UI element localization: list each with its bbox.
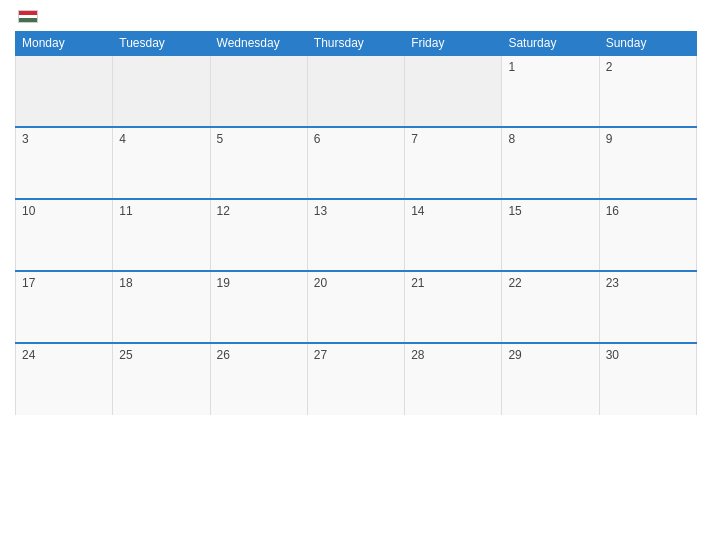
calendar-day-cell: 9 (599, 127, 696, 199)
day-number: 4 (119, 132, 126, 146)
day-number: 5 (217, 132, 224, 146)
calendar-week-row: 24252627282930 (16, 343, 697, 415)
calendar-day-cell: 4 (113, 127, 210, 199)
calendar-day-cell: 26 (210, 343, 307, 415)
weekday-header-cell: Sunday (599, 32, 696, 56)
calendar-day-cell: 25 (113, 343, 210, 415)
day-number: 12 (217, 204, 230, 218)
day-number: 28 (411, 348, 424, 362)
calendar-body: 1234567891011121314151617181920212223242… (16, 55, 697, 415)
day-number: 11 (119, 204, 132, 218)
calendar-week-row: 17181920212223 (16, 271, 697, 343)
calendar-day-cell: 5 (210, 127, 307, 199)
day-number: 9 (606, 132, 613, 146)
calendar-day-cell (405, 55, 502, 127)
calendar-day-cell: 18 (113, 271, 210, 343)
calendar-day-cell (113, 55, 210, 127)
calendar-day-cell: 19 (210, 271, 307, 343)
day-number: 21 (411, 276, 424, 290)
day-number: 18 (119, 276, 132, 290)
day-number: 22 (508, 276, 521, 290)
day-number: 23 (606, 276, 619, 290)
day-number: 7 (411, 132, 418, 146)
day-number: 15 (508, 204, 521, 218)
weekday-header-cell: Thursday (307, 32, 404, 56)
calendar-day-cell: 8 (502, 127, 599, 199)
calendar-day-cell: 22 (502, 271, 599, 343)
calendar-day-cell: 24 (16, 343, 113, 415)
calendar-day-cell: 15 (502, 199, 599, 271)
calendar-day-cell: 29 (502, 343, 599, 415)
weekday-header-cell: Wednesday (210, 32, 307, 56)
calendar-page: MondayTuesdayWednesdayThursdayFridaySatu… (0, 0, 712, 550)
day-number: 6 (314, 132, 321, 146)
day-number: 3 (22, 132, 29, 146)
weekday-header-row: MondayTuesdayWednesdayThursdayFridaySatu… (16, 32, 697, 56)
calendar-day-cell (307, 55, 404, 127)
calendar-week-row: 10111213141516 (16, 199, 697, 271)
calendar-day-cell (210, 55, 307, 127)
calendar-week-row: 3456789 (16, 127, 697, 199)
calendar-day-cell: 3 (16, 127, 113, 199)
calendar-week-row: 12 (16, 55, 697, 127)
day-number: 26 (217, 348, 230, 362)
day-number: 30 (606, 348, 619, 362)
calendar-day-cell: 16 (599, 199, 696, 271)
weekday-header-cell: Tuesday (113, 32, 210, 56)
calendar-table: MondayTuesdayWednesdayThursdayFridaySatu… (15, 31, 697, 415)
calendar-day-cell: 1 (502, 55, 599, 127)
day-number: 27 (314, 348, 327, 362)
calendar-day-cell: 6 (307, 127, 404, 199)
calendar-day-cell: 7 (405, 127, 502, 199)
day-number: 24 (22, 348, 35, 362)
calendar-day-cell: 20 (307, 271, 404, 343)
calendar-day-cell: 11 (113, 199, 210, 271)
calendar-day-cell: 17 (16, 271, 113, 343)
calendar-day-cell: 2 (599, 55, 696, 127)
calendar-day-cell: 21 (405, 271, 502, 343)
weekday-header-cell: Saturday (502, 32, 599, 56)
calendar-day-cell: 23 (599, 271, 696, 343)
day-number: 13 (314, 204, 327, 218)
calendar-day-cell: 28 (405, 343, 502, 415)
logo (15, 10, 38, 23)
calendar-day-cell: 13 (307, 199, 404, 271)
day-number: 17 (22, 276, 35, 290)
day-number: 10 (22, 204, 35, 218)
calendar-day-cell: 14 (405, 199, 502, 271)
day-number: 8 (508, 132, 515, 146)
weekday-header-cell: Monday (16, 32, 113, 56)
calendar-day-cell: 12 (210, 199, 307, 271)
day-number: 25 (119, 348, 132, 362)
day-number: 29 (508, 348, 521, 362)
calendar-day-cell: 30 (599, 343, 696, 415)
calendar-day-cell (16, 55, 113, 127)
day-number: 14 (411, 204, 424, 218)
calendar-day-cell: 10 (16, 199, 113, 271)
calendar-day-cell: 27 (307, 343, 404, 415)
day-number: 20 (314, 276, 327, 290)
day-number: 16 (606, 204, 619, 218)
day-number: 19 (217, 276, 230, 290)
day-number: 1 (508, 60, 515, 74)
weekday-header-cell: Friday (405, 32, 502, 56)
day-number: 2 (606, 60, 613, 74)
header (15, 10, 697, 23)
